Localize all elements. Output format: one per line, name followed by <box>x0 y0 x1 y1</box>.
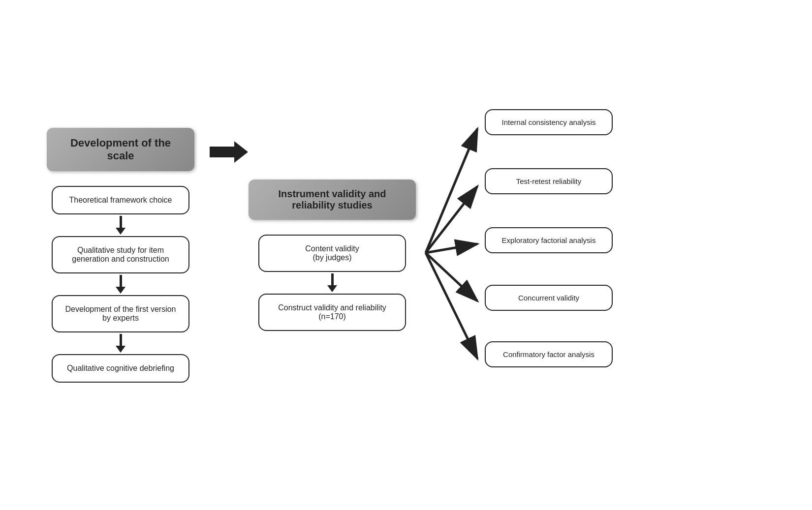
outcomes-area: Internal consistency analysis Test-retes… <box>421 95 627 415</box>
arrow-head <box>234 141 248 163</box>
step4-text: Qualitative cognitive debriefing <box>67 364 174 372</box>
right-center-col: Instrument validity and reliability stud… <box>253 180 411 331</box>
step2-box: Qualitative study for item generation an… <box>52 236 189 273</box>
left-header-label: Development of the scale <box>70 137 171 162</box>
svg-line-2 <box>426 186 477 253</box>
arrow-2-3 <box>116 273 125 295</box>
arrow-body <box>210 147 234 157</box>
outcome-1-box: Internal consistency analysis <box>485 109 613 135</box>
left-header: Development of the scale <box>47 128 194 171</box>
outcome-4: Concurrent validity <box>485 285 613 311</box>
content-validity-box: Content validity(by judges) <box>258 235 406 272</box>
svg-line-1 <box>426 129 477 253</box>
svg-line-4 <box>426 253 477 301</box>
outcome-2: Test-retest reliability <box>485 168 613 194</box>
outcome-3-text: Exploratory factorial analysis <box>502 236 596 244</box>
step3-text: Development of the first version by expe… <box>65 305 176 322</box>
outcome-3: Exploratory factorial analysis <box>485 227 613 253</box>
svg-line-5 <box>426 253 477 359</box>
construct-validity-text: Construct validity and reliability (n=17… <box>278 303 386 321</box>
step2-text: Qualitative study for item generation an… <box>72 246 169 263</box>
outcome-1-text: Internal consistency analysis <box>502 118 596 126</box>
step1-box: Theoretical framework choice <box>52 186 189 214</box>
outcome-4-box: Concurrent validity <box>485 285 613 311</box>
outcome-2-text: Test-retest reliability <box>516 177 582 185</box>
outcome-2-box: Test-retest reliability <box>485 168 613 194</box>
outcome-5-box: Confirmatory factor analysis <box>485 341 613 367</box>
outcome-1: Internal consistency analysis <box>485 109 613 135</box>
outcome-4-text: Concurrent validity <box>518 294 579 302</box>
left-column: Development of the scale Theoretical fra… <box>37 128 204 383</box>
step4-box: Qualitative cognitive debriefing <box>52 354 189 383</box>
arrow-cv-construct <box>327 272 337 294</box>
arrow-3-4 <box>116 332 125 354</box>
arrow-shape <box>210 141 248 163</box>
svg-line-3 <box>426 244 477 253</box>
right-header: Instrument validity and reliability stud… <box>249 180 416 220</box>
right-section: Instrument validity and reliability stud… <box>253 95 775 415</box>
construct-validity-box: Construct validity and reliability (n=17… <box>258 294 406 331</box>
step1-text: Theoretical framework choice <box>69 196 172 204</box>
diagram-container: Development of the scale Theoretical fra… <box>37 22 775 489</box>
content-validity-text: Content validity(by judges) <box>305 244 359 262</box>
right-header-label: Instrument validity and reliability stud… <box>279 188 386 210</box>
arrow-1-2 <box>116 214 125 236</box>
outcome-5: Confirmatory factor analysis <box>485 341 613 367</box>
step3-box: Development of the first version by expe… <box>52 295 189 332</box>
section-arrow <box>204 141 253 163</box>
outcome-5-text: Confirmatory factor analysis <box>503 350 594 359</box>
outcome-3-box: Exploratory factorial analysis <box>485 227 613 253</box>
